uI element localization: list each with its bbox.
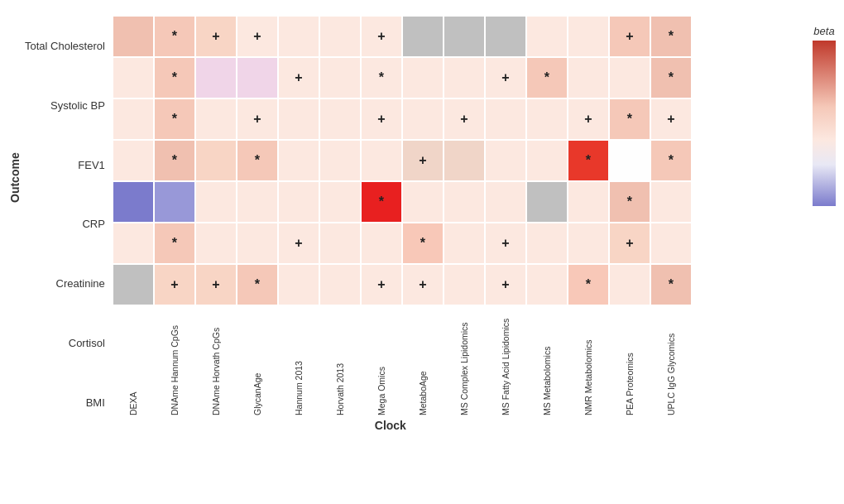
cell-1-7 bbox=[403, 58, 443, 98]
col-label-10: MS Metabolomics bbox=[542, 308, 552, 415]
col-label-9: MS Fatty Acid Lipidomics bbox=[501, 308, 511, 415]
cell-6-12 bbox=[610, 265, 650, 305]
cell-5-4: + bbox=[279, 223, 319, 263]
cell-1-12 bbox=[610, 58, 650, 98]
cell-3-13: * bbox=[651, 141, 691, 180]
cell-6-3: * bbox=[237, 265, 277, 305]
cell-2-2 bbox=[196, 99, 236, 139]
cell-3-6 bbox=[362, 141, 401, 180]
cell-2-11: + bbox=[568, 99, 608, 139]
col-label-13: UPLC IgG Glycomics bbox=[666, 308, 676, 415]
cell-5-13 bbox=[651, 223, 691, 263]
cell-2-10 bbox=[527, 99, 567, 139]
col-label-wrapper-9: MS Fatty Acid Lipidomics bbox=[486, 308, 525, 415]
col-label-8: MS Complex Lipidomics bbox=[459, 308, 469, 415]
col-label-wrapper-12: PEA Proteomics bbox=[610, 308, 650, 415]
heatmap-grid-area: *++++**+*+***++++*+**+*****+*++++*+++** … bbox=[113, 17, 693, 432]
cell-0-7 bbox=[403, 17, 443, 56]
cell-5-7: * bbox=[403, 223, 443, 263]
cell-4-7 bbox=[403, 182, 443, 222]
cell-4-1 bbox=[155, 182, 194, 222]
cell-1-9: + bbox=[486, 58, 525, 98]
cell-4-4 bbox=[279, 182, 319, 222]
col-label-5: Horvath 2013 bbox=[335, 308, 345, 415]
col-label-wrapper-1: DNAme Hannum CpGs bbox=[155, 308, 194, 415]
cell-4-11 bbox=[568, 182, 608, 222]
cell-1-1: * bbox=[155, 58, 194, 98]
cell-4-10 bbox=[527, 182, 567, 222]
cell-5-6 bbox=[362, 223, 401, 263]
cell-0-4 bbox=[279, 17, 319, 56]
cell-2-4 bbox=[279, 99, 319, 139]
legend-bar: 210-1 bbox=[813, 41, 836, 206]
cell-4-0 bbox=[113, 182, 153, 222]
col-label-wrapper-7: MetaboAge bbox=[403, 308, 443, 415]
col-label-wrapper-0: DEXA bbox=[113, 308, 153, 415]
cell-5-3 bbox=[237, 223, 277, 263]
cell-3-7: + bbox=[403, 141, 443, 180]
cell-1-13: * bbox=[651, 58, 691, 98]
cell-6-6: + bbox=[362, 265, 401, 305]
row-label-2: FEV1 bbox=[25, 145, 108, 185]
col-label-1: DNAme Hannum CpGs bbox=[170, 308, 180, 415]
row-label-5: Cortisol bbox=[25, 323, 108, 362]
cell-3-4 bbox=[279, 141, 319, 180]
cell-3-10 bbox=[527, 141, 567, 180]
cell-5-2 bbox=[196, 223, 236, 263]
cell-6-2: + bbox=[196, 265, 236, 305]
svg-rect-0 bbox=[813, 41, 836, 206]
cell-2-12: * bbox=[610, 99, 650, 139]
cell-1-2 bbox=[196, 58, 236, 98]
cell-0-10 bbox=[527, 17, 567, 56]
cell-5-10 bbox=[527, 223, 567, 263]
col-label-3: GlycanAge bbox=[252, 308, 262, 415]
cell-4-3 bbox=[237, 182, 277, 222]
col-label-wrapper-4: Hannum 2013 bbox=[279, 308, 319, 415]
row-label-0: Total Cholesterol bbox=[25, 26, 108, 66]
col-label-7: MetaboAge bbox=[418, 308, 428, 415]
col-label-4: Hannum 2013 bbox=[294, 308, 304, 415]
col-label-wrapper-3: GlycanAge bbox=[237, 308, 277, 415]
cell-6-4 bbox=[279, 265, 319, 305]
col-label-11: NMR Metabolomics bbox=[583, 308, 593, 415]
cell-5-5 bbox=[320, 223, 360, 263]
cell-1-11 bbox=[568, 58, 608, 98]
cell-2-1: * bbox=[155, 99, 194, 139]
col-label-wrapper-10: MS Metabolomics bbox=[527, 308, 567, 415]
cell-6-8 bbox=[444, 265, 484, 305]
cell-0-5 bbox=[320, 17, 360, 56]
cell-3-1: * bbox=[155, 141, 194, 180]
col-labels-area: DEXADNAme Hannum CpGsDNAme Horvath CpGsG… bbox=[113, 308, 693, 415]
cell-5-1: * bbox=[155, 223, 194, 263]
cell-6-9: + bbox=[486, 265, 525, 305]
col-label-2: DNAme Horvath CpGs bbox=[211, 308, 221, 415]
cell-1-0 bbox=[113, 58, 153, 98]
heatmap-area: Total CholesterolSystolic BPFEV1CRPCreat… bbox=[25, 17, 798, 432]
cell-4-13 bbox=[651, 182, 691, 222]
cell-0-6: + bbox=[362, 17, 401, 56]
cell-0-1: * bbox=[155, 17, 194, 56]
cell-0-11 bbox=[568, 17, 608, 56]
cell-3-3: * bbox=[237, 141, 277, 180]
cell-5-9: + bbox=[486, 223, 525, 263]
cell-0-12: + bbox=[610, 17, 650, 56]
cell-0-0 bbox=[113, 17, 153, 56]
cell-6-7: + bbox=[403, 265, 443, 305]
cell-2-6: + bbox=[362, 99, 401, 139]
cell-0-2: + bbox=[196, 17, 236, 56]
row-label-6: BMI bbox=[25, 382, 108, 422]
cell-3-0 bbox=[113, 141, 153, 180]
cell-3-2 bbox=[196, 141, 236, 180]
cell-3-8 bbox=[444, 141, 484, 180]
cell-6-1: + bbox=[155, 265, 194, 305]
x-axis-title: Clock bbox=[89, 419, 693, 432]
cell-1-3 bbox=[237, 58, 277, 98]
col-label-wrapper-11: NMR Metabolomics bbox=[568, 308, 608, 415]
col-label-6: Mega Omics bbox=[376, 308, 386, 415]
cell-6-10 bbox=[527, 265, 567, 305]
legend-title: beta bbox=[813, 25, 834, 37]
cell-2-13: + bbox=[651, 99, 691, 139]
cell-4-9 bbox=[486, 182, 525, 222]
cell-4-5 bbox=[320, 182, 360, 222]
cell-3-12 bbox=[610, 141, 650, 180]
